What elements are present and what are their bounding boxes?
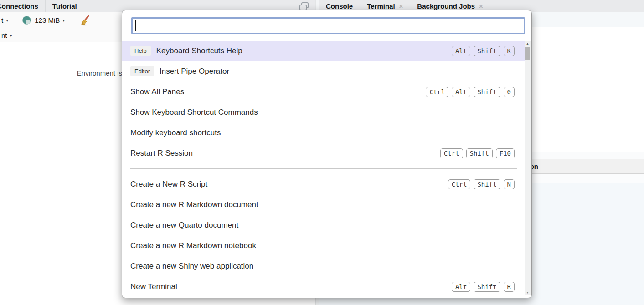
import-dataset-clipped-label: t xyxy=(1,16,3,24)
item-label: Create a new Shiny web application xyxy=(130,262,253,271)
memory-usage-pie-icon xyxy=(22,16,31,25)
item-label: Create a new Quarto document xyxy=(130,221,238,230)
shortcut-key: Shift xyxy=(474,179,500,189)
item-keys: AltShiftK xyxy=(448,46,515,56)
environment-selector-clipped-label: nt xyxy=(1,31,7,39)
scrollbar-thumb[interactable] xyxy=(525,47,530,60)
text-cursor xyxy=(135,20,136,31)
palette-divider xyxy=(130,168,517,169)
memory-usage-button[interactable]: 123 MiB ▾ xyxy=(21,16,66,25)
shortcut-key: Shift xyxy=(474,87,500,97)
close-terminal-icon[interactable]: × xyxy=(399,2,403,10)
tab-console-label: Console xyxy=(326,2,353,10)
item-label: Show Keyboard Shortcut Commands xyxy=(130,108,258,117)
tab-terminal-label: Terminal xyxy=(367,2,395,10)
item-label: Modify keyboard shortcuts xyxy=(130,128,221,137)
item-label: Create a New R Script xyxy=(130,180,207,189)
toolbar-separator xyxy=(15,15,15,25)
palette-list: Help Keyboard Shortcuts Help AltShiftK E… xyxy=(122,41,526,297)
palette-item[interactable]: Restart R Session CtrlShiftF10 xyxy=(122,143,526,163)
shortcut-key: Ctrl xyxy=(426,87,448,97)
palette-item[interactable]: Editor Insert Pipe Operator xyxy=(122,61,526,81)
tab-background-jobs-label: Background Jobs xyxy=(417,2,475,10)
clear-objects-button[interactable] xyxy=(77,15,91,26)
item-label: Create a new R Markdown document xyxy=(130,200,258,209)
shortcut-key: 0 xyxy=(504,87,515,97)
palette-item[interactable]: Show All Panes CtrlAltShift0 xyxy=(122,81,526,102)
chevron-down-icon: ▾ xyxy=(6,18,8,23)
chevron-down-icon: ▾ xyxy=(10,33,12,38)
item-scope-badge: Editor xyxy=(130,66,154,76)
item-label: Insert Pipe Operator xyxy=(160,67,229,76)
item-label: Restart R Session xyxy=(130,149,193,158)
import-dataset-button[interactable]: t ▾ xyxy=(0,16,10,24)
palette-item[interactable]: Help Keyboard Shortcuts Help AltShiftK xyxy=(122,41,526,61)
tab-tutorial-label: Tutorial xyxy=(52,2,77,10)
tab-tutorial[interactable]: Tutorial xyxy=(46,0,84,12)
command-palette: Help Keyboard Shortcuts Help AltShiftK E… xyxy=(122,10,532,298)
shortcut-key: Shift xyxy=(474,282,500,292)
palette-item[interactable]: Create a new Quarto document xyxy=(122,215,526,235)
shortcut-key: N xyxy=(504,179,515,189)
palette-item[interactable]: Create a new Shiny web application xyxy=(122,256,526,276)
memory-usage-label: 123 MiB xyxy=(35,16,60,24)
close-background-jobs-icon[interactable]: × xyxy=(479,2,483,10)
command-search-input[interactable] xyxy=(131,17,525,34)
environment-selector-dropdown[interactable]: nt ▾ xyxy=(0,31,14,39)
palette-item[interactable]: Create a new R Markdown notebook xyxy=(122,235,526,256)
chevron-down-icon: ▾ xyxy=(62,18,65,23)
broom-icon xyxy=(79,15,90,26)
palette-scrollbar[interactable]: ▲ ▼ xyxy=(525,41,531,295)
palette-item[interactable]: New Terminal AltShiftR xyxy=(122,276,526,297)
item-label: Keyboard Shortcuts Help xyxy=(156,46,242,56)
environment-empty-message: Environment is xyxy=(0,69,122,77)
shortcut-key: F10 xyxy=(496,148,515,158)
palette-item[interactable]: Show Keyboard Shortcut Commands xyxy=(122,102,526,122)
shortcut-key: Ctrl xyxy=(440,148,463,158)
item-keys: CtrlShiftN xyxy=(445,179,515,189)
shortcut-key: Alt xyxy=(452,87,470,97)
palette-item[interactable]: Create a New R Script CtrlShiftN xyxy=(122,174,526,194)
shortcut-key: Ctrl xyxy=(448,179,471,189)
item-scope-badge: Help xyxy=(130,46,151,56)
item-label: Show All Panes xyxy=(130,87,184,97)
shortcut-key: R xyxy=(504,282,515,292)
item-label: Create a new R Markdown notebook xyxy=(130,241,256,250)
shortcut-key: Alt xyxy=(452,282,470,292)
palette-item[interactable]: Modify keyboard shortcuts xyxy=(122,122,526,143)
scroll-down-icon[interactable]: ▼ xyxy=(525,291,531,294)
tab-connections[interactable]: Connections xyxy=(0,0,46,12)
shortcut-key: Shift xyxy=(466,148,493,158)
toolbar-separator xyxy=(72,15,72,25)
palette-item[interactable]: Create a new R Markdown document xyxy=(122,194,526,215)
item-keys: CtrlShiftF10 xyxy=(437,148,515,158)
tab-connections-label: Connections xyxy=(0,2,38,10)
shortcut-key: Shift xyxy=(474,46,500,56)
shortcut-key: Alt xyxy=(452,46,470,56)
shortcut-key: K xyxy=(504,46,515,56)
item-keys: CtrlAltShift0 xyxy=(422,87,515,97)
item-label: New Terminal xyxy=(130,282,177,291)
item-keys: AltShiftR xyxy=(448,282,515,292)
scroll-up-icon[interactable]: ▲ xyxy=(525,42,531,45)
maximize-icon xyxy=(299,2,309,11)
